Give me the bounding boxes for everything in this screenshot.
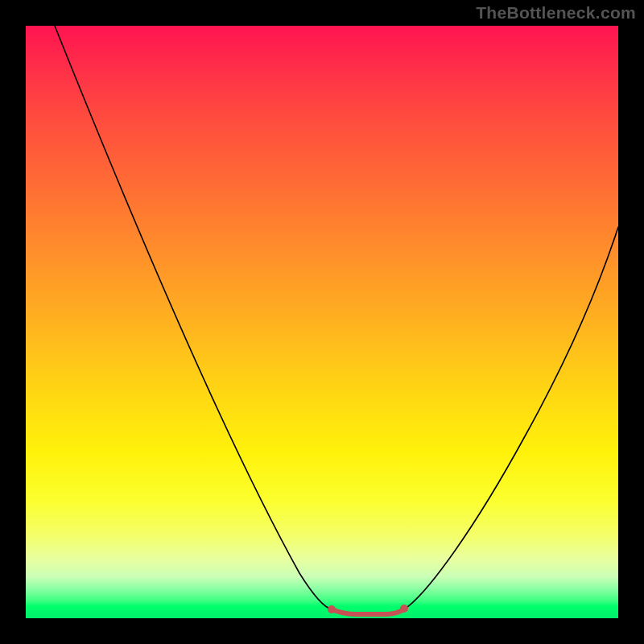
chart-frame: TheBottleneck.com — [0, 0, 644, 644]
curve-svg — [26, 26, 618, 618]
watermark-label: TheBottleneck.com — [476, 3, 636, 23]
flat-end-dot — [400, 605, 408, 613]
curve-left-branch — [55, 26, 332, 609]
flat-minimum-segment — [332, 609, 404, 614]
plot-area — [26, 26, 618, 618]
curve-right-branch — [404, 227, 618, 609]
